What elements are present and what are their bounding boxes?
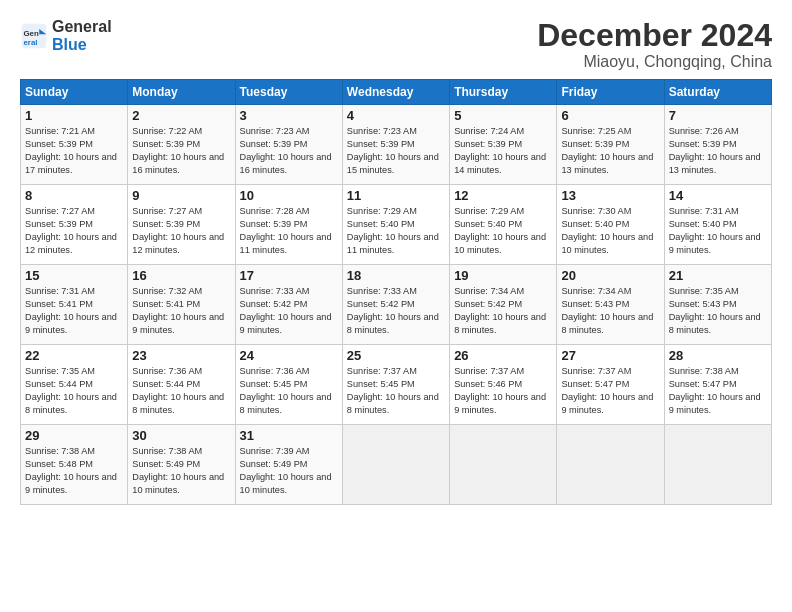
day-number: 8	[25, 188, 123, 203]
day-cell: 26 Sunrise: 7:37 AMSunset: 5:46 PMDaylig…	[450, 345, 557, 425]
day-info: Sunrise: 7:35 AMSunset: 5:43 PMDaylight:…	[669, 286, 761, 335]
day-info: Sunrise: 7:21 AMSunset: 5:39 PMDaylight:…	[25, 126, 117, 175]
day-info: Sunrise: 7:27 AMSunset: 5:39 PMDaylight:…	[132, 206, 224, 255]
col-header-saturday: Saturday	[664, 80, 771, 105]
day-number: 11	[347, 188, 445, 203]
day-cell: 22 Sunrise: 7:35 AMSunset: 5:44 PMDaylig…	[21, 345, 128, 425]
day-number: 17	[240, 268, 338, 283]
day-info: Sunrise: 7:29 AMSunset: 5:40 PMDaylight:…	[347, 206, 439, 255]
day-cell: 29 Sunrise: 7:38 AMSunset: 5:48 PMDaylig…	[21, 425, 128, 505]
day-info: Sunrise: 7:33 AMSunset: 5:42 PMDaylight:…	[347, 286, 439, 335]
logo: Gen eral General Blue	[20, 18, 112, 53]
day-cell: 25 Sunrise: 7:37 AMSunset: 5:45 PMDaylig…	[342, 345, 449, 425]
week-row-4: 29 Sunrise: 7:38 AMSunset: 5:48 PMDaylig…	[21, 425, 772, 505]
day-info: Sunrise: 7:23 AMSunset: 5:39 PMDaylight:…	[240, 126, 332, 175]
day-number: 6	[561, 108, 659, 123]
day-info: Sunrise: 7:38 AMSunset: 5:47 PMDaylight:…	[669, 366, 761, 415]
day-number: 20	[561, 268, 659, 283]
col-header-wednesday: Wednesday	[342, 80, 449, 105]
day-info: Sunrise: 7:35 AMSunset: 5:44 PMDaylight:…	[25, 366, 117, 415]
day-number: 12	[454, 188, 552, 203]
location-title: Miaoyu, Chongqing, China	[537, 53, 772, 71]
day-number: 22	[25, 348, 123, 363]
day-info: Sunrise: 7:29 AMSunset: 5:40 PMDaylight:…	[454, 206, 546, 255]
day-number: 13	[561, 188, 659, 203]
day-cell: 11 Sunrise: 7:29 AMSunset: 5:40 PMDaylig…	[342, 185, 449, 265]
day-number: 14	[669, 188, 767, 203]
day-number: 3	[240, 108, 338, 123]
day-info: Sunrise: 7:37 AMSunset: 5:45 PMDaylight:…	[347, 366, 439, 415]
day-number: 23	[132, 348, 230, 363]
day-number: 30	[132, 428, 230, 443]
day-info: Sunrise: 7:28 AMSunset: 5:39 PMDaylight:…	[240, 206, 332, 255]
day-number: 5	[454, 108, 552, 123]
month-title: December 2024	[537, 18, 772, 53]
day-cell: 3 Sunrise: 7:23 AMSunset: 5:39 PMDayligh…	[235, 105, 342, 185]
day-number: 24	[240, 348, 338, 363]
day-info: Sunrise: 7:37 AMSunset: 5:46 PMDaylight:…	[454, 366, 546, 415]
day-number: 29	[25, 428, 123, 443]
day-number: 4	[347, 108, 445, 123]
day-cell: 8 Sunrise: 7:27 AMSunset: 5:39 PMDayligh…	[21, 185, 128, 265]
day-number: 9	[132, 188, 230, 203]
col-header-friday: Friday	[557, 80, 664, 105]
day-cell: 12 Sunrise: 7:29 AMSunset: 5:40 PMDaylig…	[450, 185, 557, 265]
day-cell: 16 Sunrise: 7:32 AMSunset: 5:41 PMDaylig…	[128, 265, 235, 345]
day-cell: 23 Sunrise: 7:36 AMSunset: 5:44 PMDaylig…	[128, 345, 235, 425]
day-cell: 13 Sunrise: 7:30 AMSunset: 5:40 PMDaylig…	[557, 185, 664, 265]
svg-text:Gen: Gen	[24, 29, 39, 38]
day-number: 15	[25, 268, 123, 283]
day-info: Sunrise: 7:22 AMSunset: 5:39 PMDaylight:…	[132, 126, 224, 175]
day-info: Sunrise: 7:33 AMSunset: 5:42 PMDaylight:…	[240, 286, 332, 335]
day-info: Sunrise: 7:38 AMSunset: 5:48 PMDaylight:…	[25, 446, 117, 495]
day-number: 26	[454, 348, 552, 363]
day-info: Sunrise: 7:32 AMSunset: 5:41 PMDaylight:…	[132, 286, 224, 335]
day-number: 25	[347, 348, 445, 363]
day-cell: 20 Sunrise: 7:34 AMSunset: 5:43 PMDaylig…	[557, 265, 664, 345]
header-row-days: SundayMondayTuesdayWednesdayThursdayFrid…	[21, 80, 772, 105]
day-cell: 5 Sunrise: 7:24 AMSunset: 5:39 PMDayligh…	[450, 105, 557, 185]
day-info: Sunrise: 7:37 AMSunset: 5:47 PMDaylight:…	[561, 366, 653, 415]
day-number: 7	[669, 108, 767, 123]
day-number: 2	[132, 108, 230, 123]
day-cell: 17 Sunrise: 7:33 AMSunset: 5:42 PMDaylig…	[235, 265, 342, 345]
day-cell	[664, 425, 771, 505]
page-container: Gen eral General Blue December 2024 Miao…	[0, 0, 792, 515]
day-info: Sunrise: 7:36 AMSunset: 5:45 PMDaylight:…	[240, 366, 332, 415]
col-header-sunday: Sunday	[21, 80, 128, 105]
day-number: 21	[669, 268, 767, 283]
day-info: Sunrise: 7:24 AMSunset: 5:39 PMDaylight:…	[454, 126, 546, 175]
day-number: 10	[240, 188, 338, 203]
day-cell: 28 Sunrise: 7:38 AMSunset: 5:47 PMDaylig…	[664, 345, 771, 425]
header-row: Gen eral General Blue December 2024 Miao…	[20, 18, 772, 71]
day-cell: 14 Sunrise: 7:31 AMSunset: 5:40 PMDaylig…	[664, 185, 771, 265]
day-cell: 2 Sunrise: 7:22 AMSunset: 5:39 PMDayligh…	[128, 105, 235, 185]
week-row-3: 22 Sunrise: 7:35 AMSunset: 5:44 PMDaylig…	[21, 345, 772, 425]
day-cell: 10 Sunrise: 7:28 AMSunset: 5:39 PMDaylig…	[235, 185, 342, 265]
day-cell: 1 Sunrise: 7:21 AMSunset: 5:39 PMDayligh…	[21, 105, 128, 185]
logo-text: General Blue	[52, 18, 112, 53]
day-info: Sunrise: 7:31 AMSunset: 5:40 PMDaylight:…	[669, 206, 761, 255]
day-number: 31	[240, 428, 338, 443]
day-cell	[450, 425, 557, 505]
day-info: Sunrise: 7:30 AMSunset: 5:40 PMDaylight:…	[561, 206, 653, 255]
day-cell: 31 Sunrise: 7:39 AMSunset: 5:49 PMDaylig…	[235, 425, 342, 505]
day-number: 27	[561, 348, 659, 363]
week-row-0: 1 Sunrise: 7:21 AMSunset: 5:39 PMDayligh…	[21, 105, 772, 185]
day-cell: 9 Sunrise: 7:27 AMSunset: 5:39 PMDayligh…	[128, 185, 235, 265]
svg-text:eral: eral	[24, 37, 38, 46]
day-cell: 24 Sunrise: 7:36 AMSunset: 5:45 PMDaylig…	[235, 345, 342, 425]
title-block: December 2024 Miaoyu, Chongqing, China	[537, 18, 772, 71]
day-info: Sunrise: 7:38 AMSunset: 5:49 PMDaylight:…	[132, 446, 224, 495]
day-info: Sunrise: 7:23 AMSunset: 5:39 PMDaylight:…	[347, 126, 439, 175]
day-info: Sunrise: 7:26 AMSunset: 5:39 PMDaylight:…	[669, 126, 761, 175]
calendar-table: SundayMondayTuesdayWednesdayThursdayFrid…	[20, 79, 772, 505]
day-cell: 27 Sunrise: 7:37 AMSunset: 5:47 PMDaylig…	[557, 345, 664, 425]
day-info: Sunrise: 7:34 AMSunset: 5:42 PMDaylight:…	[454, 286, 546, 335]
day-cell: 21 Sunrise: 7:35 AMSunset: 5:43 PMDaylig…	[664, 265, 771, 345]
day-info: Sunrise: 7:36 AMSunset: 5:44 PMDaylight:…	[132, 366, 224, 415]
day-cell: 19 Sunrise: 7:34 AMSunset: 5:42 PMDaylig…	[450, 265, 557, 345]
week-row-1: 8 Sunrise: 7:27 AMSunset: 5:39 PMDayligh…	[21, 185, 772, 265]
day-info: Sunrise: 7:27 AMSunset: 5:39 PMDaylight:…	[25, 206, 117, 255]
col-header-thursday: Thursday	[450, 80, 557, 105]
